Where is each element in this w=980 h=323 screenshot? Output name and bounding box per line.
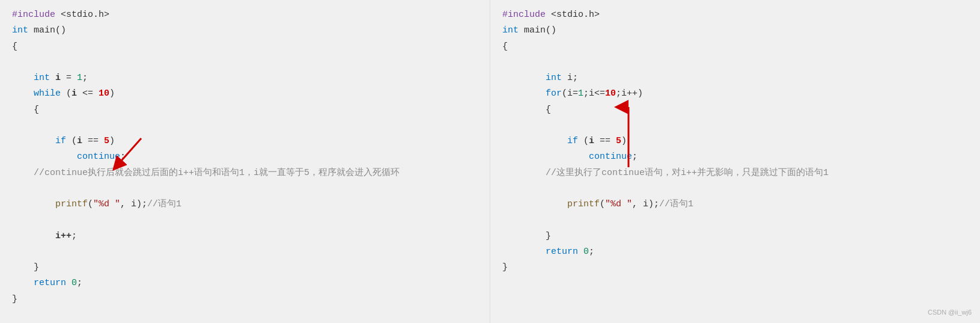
code-line: continue;: [12, 149, 478, 165]
left-code-panel: #include <stdio.h> int main() { int i = …: [0, 0, 490, 323]
code-line: return 0;: [502, 244, 968, 260]
code-line: if (i == 5): [502, 134, 968, 149]
code-line: }: [502, 260, 968, 275]
code-line: [12, 212, 478, 228]
code-line: [502, 55, 968, 70]
code-line: {: [502, 39, 968, 55]
code-line: //这里执行了continue语句，对i++并无影响，只是跳过下面的语句1: [502, 165, 968, 181]
code-line: int i;: [502, 70, 968, 86]
code-line: while (i <= 10): [12, 86, 478, 102]
code-line: {: [12, 39, 478, 55]
code-line: [502, 212, 968, 228]
code-line: {: [502, 102, 968, 118]
code-line: }: [12, 292, 478, 307]
code-line: printf("%d ", i);//语句1: [502, 197, 968, 212]
main-container: #include <stdio.h> int main() { int i = …: [0, 0, 980, 323]
code-line: #include <stdio.h>: [502, 7, 968, 23]
code-line: [12, 181, 478, 197]
code-line: int i = 1;: [12, 70, 478, 86]
code-line: printf("%d ", i);//语句1: [12, 197, 478, 212]
code-line: {: [12, 102, 478, 118]
code-line: [502, 118, 968, 134]
code-line: [12, 244, 478, 260]
right-code-block: #include <stdio.h> int main() { int i; f…: [502, 7, 968, 275]
code-line: [12, 55, 478, 70]
code-line: int main(): [12, 23, 478, 38]
code-line: #include <stdio.h>: [12, 7, 478, 23]
watermark: CSDN @ii_wj6: [928, 307, 972, 318]
code-line: return 0;: [12, 275, 478, 291]
code-line: }: [12, 260, 478, 275]
code-line: }: [502, 229, 968, 244]
code-line: if (i == 5): [12, 134, 478, 149]
code-line: for(i=1;i<=10;i++): [502, 86, 968, 102]
left-code-block: #include <stdio.h> int main() { int i = …: [12, 7, 478, 307]
code-line: [502, 181, 968, 197]
code-line: continue;: [502, 149, 968, 165]
code-line: [12, 118, 478, 134]
code-line: //continue执行后就会跳过后面的i++语句和语句1，i就一直等于5，程序…: [12, 165, 478, 181]
code-line: int main(): [502, 23, 968, 38]
right-code-panel: #include <stdio.h> int main() { int i; f…: [490, 0, 980, 323]
code-line: i++;: [12, 229, 478, 244]
